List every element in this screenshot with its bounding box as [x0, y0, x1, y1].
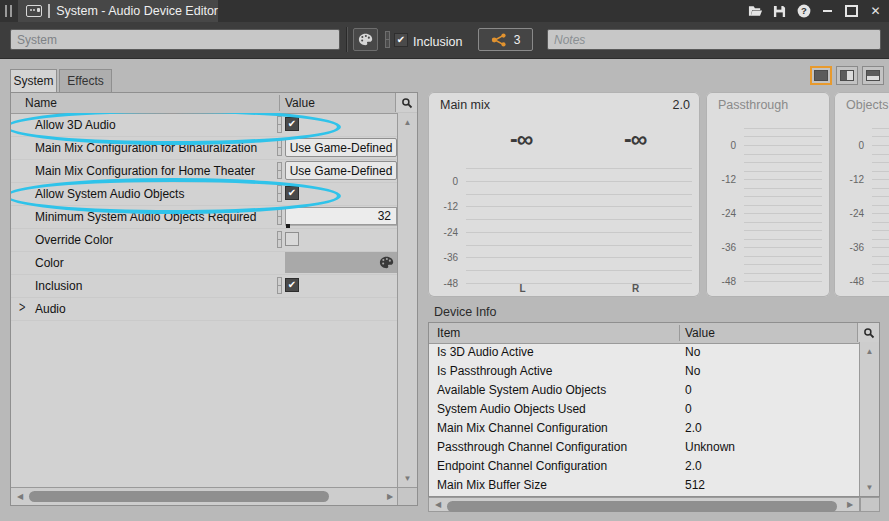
meter-gridline [744, 247, 822, 248]
meter-tick-label: -48 [850, 276, 864, 287]
device-info-item: Is 3D Audio Active [437, 345, 534, 359]
maximize-icon[interactable] [844, 4, 859, 19]
property-row-inclusion[interactable]: Inclusion✔ [11, 274, 399, 298]
link-indicator-handle[interactable] [277, 185, 282, 202]
property-number-field[interactable]: 32 [285, 207, 397, 225]
color-palette-button[interactable] [353, 28, 378, 51]
link-indicator-handle[interactable] [277, 231, 282, 248]
layout-split-vertical-button[interactable] [836, 66, 858, 85]
inclusion-checkbox[interactable]: ✔ [394, 33, 408, 47]
device-info-horizontal-scrollbar[interactable]: ◀ ▶ [428, 497, 860, 512]
property-checkbox[interactable] [285, 232, 299, 246]
meter-gridline [872, 188, 889, 189]
scroll-left-icon[interactable]: ◀ [431, 498, 445, 511]
save-icon[interactable] [772, 4, 787, 19]
scroll-right-icon[interactable]: ▶ [843, 498, 857, 511]
meter-tick-label: -36 [444, 252, 458, 263]
open-file-icon[interactable] [748, 4, 763, 19]
property-row-audio[interactable]: >Audio [11, 297, 399, 321]
link-indicator-handle[interactable] [277, 162, 282, 179]
scrollbar-thumb[interactable] [447, 501, 837, 512]
device-info-item: System Audio Objects Used [437, 402, 586, 416]
meter-gridline [744, 171, 822, 172]
inclusion-link-handle[interactable] [385, 31, 390, 48]
property-row-allow-system-audio-objects[interactable]: Allow System Audio Objects✔ [11, 182, 399, 206]
meter-gridline [744, 188, 822, 189]
property-dropdown[interactable]: Use Game-Defined [285, 138, 397, 157]
meter-gridline [872, 145, 889, 146]
meter-gridline [872, 179, 889, 180]
meter-gridline [744, 128, 822, 129]
device-info-row[interactable]: Passthrough Channel ConfigurationUnknown [429, 437, 859, 456]
property-rows: Allow 3D Audio✔Main Mix Configuration fo… [11, 113, 399, 487]
device-info-header: Item Value [429, 323, 879, 344]
property-row-override-color[interactable]: Override Color [11, 228, 399, 252]
main-mix-label: Main mix [440, 98, 490, 112]
scroll-down-icon[interactable]: ▼ [398, 470, 417, 486]
device-info-row[interactable]: Main Mix Channel Configuration2.0 [429, 418, 859, 437]
search-button[interactable] [395, 93, 417, 112]
meter-tick-label: -24 [444, 226, 458, 237]
meter-tick-label: -12 [850, 174, 864, 185]
device-info-row[interactable]: Available System Audio Objects0 [429, 380, 859, 399]
meter-gridline [872, 154, 889, 155]
editor-window-tab[interactable]: System - Audio Device Editor [18, 0, 218, 22]
meter-gridline [872, 196, 889, 197]
property-row-allow-3d-audio[interactable]: Allow 3D Audio✔ [11, 113, 399, 137]
object-name-input[interactable] [10, 29, 340, 50]
references-button[interactable]: 3 [478, 28, 533, 51]
scroll-up-icon[interactable]: ▲ [398, 114, 417, 130]
minimize-icon[interactable] [820, 4, 835, 19]
property-checkbox[interactable]: ✔ [285, 117, 299, 131]
meter-tick-label: -24 [722, 208, 736, 219]
toolbar: ✔ Inclusion 3 [0, 22, 889, 59]
device-info-row[interactable]: Is 3D Audio ActiveNo [429, 342, 859, 361]
scrollbar-thumb[interactable] [29, 491, 329, 502]
tab-system[interactable]: System [10, 69, 57, 92]
expander-chevron-icon[interactable]: > [19, 300, 25, 315]
link-indicator-handle[interactable] [277, 277, 282, 294]
tab-effects[interactable]: Effects [59, 69, 112, 92]
meter-gridline [744, 145, 822, 146]
scroll-down-icon[interactable]: ▼ [860, 479, 879, 495]
property-row-main-mix-configuration-for-binauralization[interactable]: Main Mix Configuration for Binauralizati… [11, 136, 399, 160]
link-indicator-handle[interactable] [277, 116, 282, 133]
property-name: Minimum System Audio Objects Required [35, 210, 256, 224]
toolbar-separator [346, 27, 348, 52]
magnifier-icon [401, 97, 413, 109]
property-horizontal-scrollbar[interactable]: ◀ ▶ [11, 487, 399, 505]
property-checkbox[interactable]: ✔ [285, 278, 299, 292]
search-button[interactable] [857, 323, 879, 342]
meter-gridline [744, 162, 822, 163]
device-info-row[interactable]: System Audio Objects Used0 [429, 399, 859, 418]
scroll-up-icon[interactable]: ▲ [860, 343, 879, 359]
property-row-main-mix-configuration-for-home-theater[interactable]: Main Mix Configuration for Home TheaterU… [11, 159, 399, 183]
device-info-row[interactable]: Is Passthrough ActiveNo [429, 361, 859, 380]
layout-split-horizontal-button[interactable] [862, 66, 884, 85]
scroll-right-icon[interactable]: ▶ [383, 488, 397, 505]
property-name: Override Color [35, 233, 113, 247]
device-info-row[interactable]: Main Mix Buffer Size512 [429, 475, 859, 494]
meter-tick-label: -48 [444, 278, 458, 289]
link-indicator-handle[interactable] [277, 208, 282, 225]
meter-level-value: -∞ [605, 126, 665, 153]
notes-input[interactable] [547, 29, 881, 50]
close-icon[interactable]: ✕ [868, 4, 883, 19]
color-swatch-bar[interactable] [285, 252, 398, 273]
device-info-vertical-scrollbar[interactable]: ▲ ▼ [859, 342, 879, 496]
link-indicator-handle[interactable] [277, 139, 282, 156]
device-info-item: Passthrough Channel Configuration [437, 440, 627, 454]
property-vertical-scrollbar[interactable]: ▲ ▼ [397, 113, 417, 487]
device-info-row[interactable]: Endpoint Channel Configuration2.0 [429, 456, 859, 475]
layout-editor-full-button[interactable] [810, 66, 832, 85]
scroll-left-icon[interactable]: ◀ [13, 488, 27, 505]
property-row-minimum-system-audio-objects-required[interactable]: Minimum System Audio Objects Required32 [11, 205, 399, 229]
property-name: Allow System Audio Objects [35, 187, 184, 201]
magnifier-icon [863, 327, 875, 339]
meter-gridline [872, 281, 889, 282]
help-icon[interactable]: ? [796, 4, 811, 19]
property-row-color[interactable]: Color [11, 251, 399, 275]
property-checkbox[interactable]: ✔ [285, 186, 299, 200]
property-dropdown[interactable]: Use Game-Defined [285, 161, 397, 180]
drag-handle-icon[interactable] [5, 5, 15, 17]
